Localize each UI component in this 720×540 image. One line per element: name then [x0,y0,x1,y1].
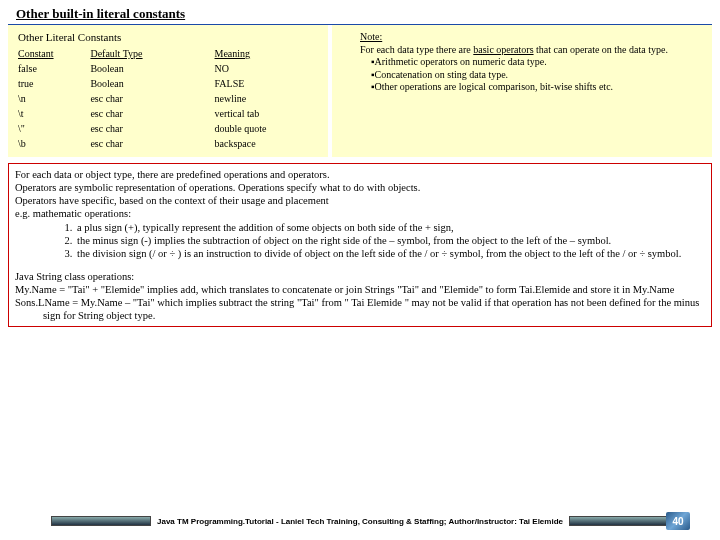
note-line1: For each data type there are basic opera… [340,44,704,57]
desc-line: Operators have specific, based on the co… [15,194,705,207]
note-title: Note: [340,31,382,44]
table-row: \nesc charnewline [18,91,318,106]
note-bullet: ▪Concatenation on sting data type. [340,69,704,82]
table-row: trueBooleanFALSE [18,76,318,91]
footer: Java TM Programming.Tutorial - Laniel Te… [0,516,720,526]
footer-ornament-left [51,516,151,526]
desc-line: e.g. mathematic operations: [15,207,705,220]
desc-list-item: a plus sign (+), typically represent the… [75,221,705,234]
table-row: \besc charbackspace [18,136,318,151]
note-bullet: ▪Other operations are logical comparison… [340,81,704,94]
note-bullet: ▪Arithmetic operators on numeric data ty… [340,56,704,69]
section-header: Other built-in literal constants [8,4,712,25]
desc-line: For each data or object type, there are … [15,168,705,181]
col-header-constant: Constant [18,46,90,61]
table-row: \"esc chardouble quote [18,121,318,136]
footer-text: Java TM Programming.Tutorial - Laniel Te… [151,517,569,526]
note-box: Note: For each data type there are basic… [332,25,712,157]
java-ops-line: My.Name = "Tai" + "Elemide" implies add,… [15,283,705,296]
desc-list-item: the minus sign (-) implies the subtracti… [75,234,705,247]
desc-list-item: the division sign (/ or ÷ ) is an instru… [75,247,705,260]
literal-title: Other Literal Constants [18,31,318,43]
table-row: falseBooleanNO [18,61,318,76]
col-header-meaning: Meaning [215,46,318,61]
java-ops-line: Sons.LName = My.Name – "Tai" which impli… [15,296,705,322]
footer-ornament-right [569,516,669,526]
literal-table: Constant Default Type Meaning falseBoole… [18,46,318,151]
literal-constants-box: Other Literal Constants Constant Default… [8,25,328,157]
slide-number-badge: 40 [666,512,690,530]
java-ops-title: Java String class operations: [15,270,705,283]
table-row: \tesc charvertical tab [18,106,318,121]
description-box: For each data or object type, there are … [8,163,712,327]
top-row: Other Literal Constants Constant Default… [8,25,712,157]
desc-line: Operators are symbolic representation of… [15,181,705,194]
col-header-type: Default Type [90,46,214,61]
